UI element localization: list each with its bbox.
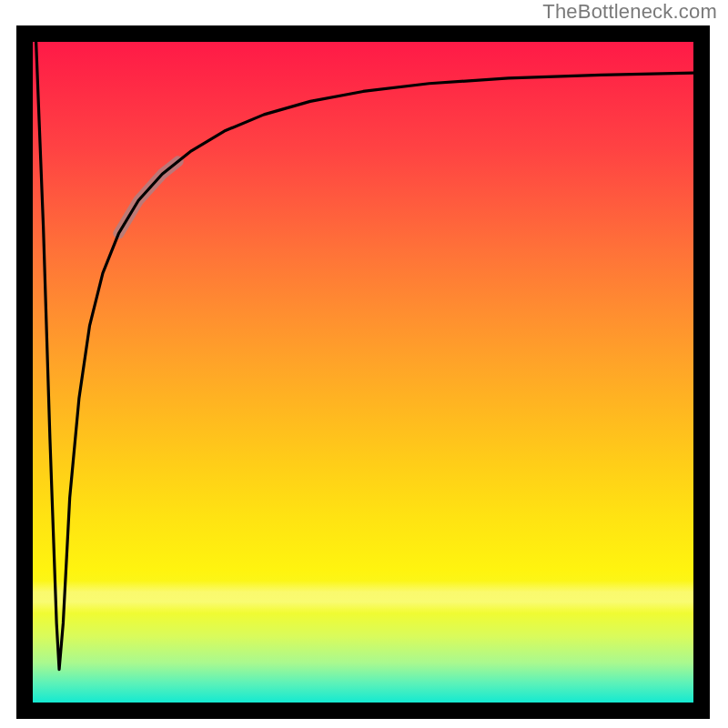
bottleneck-curve <box>36 42 693 670</box>
chart-container: TheBottleneck.com <box>0 0 728 728</box>
curve-highlight-segment <box>118 161 177 233</box>
watermark-text: TheBottleneck.com <box>542 0 717 24</box>
plot-frame <box>16 25 710 719</box>
plot-area <box>33 42 693 703</box>
curve-layer <box>33 42 693 703</box>
